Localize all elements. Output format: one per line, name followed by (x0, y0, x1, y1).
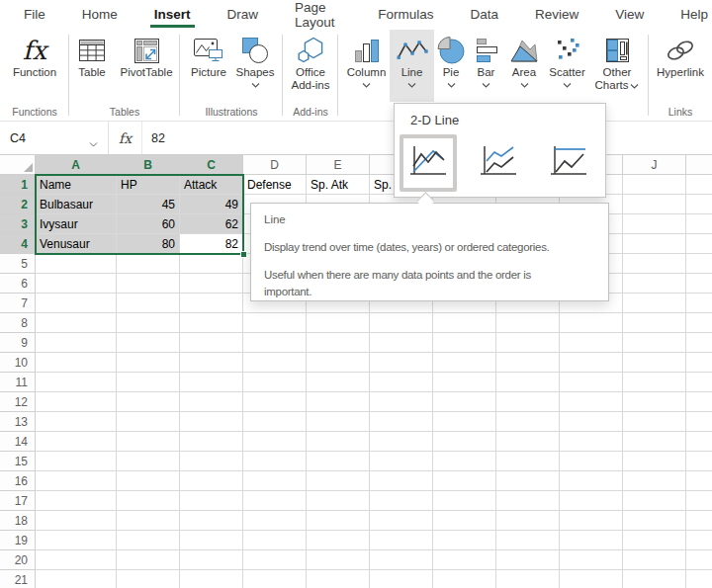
cell-D8[interactable] (243, 313, 307, 333)
cell-F11[interactable] (370, 373, 433, 392)
cell-G8[interactable] (433, 313, 496, 333)
cell-F18[interactable] (370, 511, 433, 531)
cell-D14[interactable] (243, 432, 307, 452)
cell-G13[interactable] (433, 412, 496, 432)
cell-K11[interactable] (686, 373, 712, 392)
cell-B11[interactable] (117, 373, 180, 392)
cell-E19[interactable] (307, 531, 370, 550)
cell-J6[interactable] (623, 274, 686, 294)
cell-K21[interactable] (686, 570, 712, 588)
menu-tab-draw[interactable]: Draw (223, 2, 263, 28)
row-header-2[interactable]: 2 (0, 195, 36, 214)
cell-D16[interactable] (243, 471, 307, 491)
ribbon-button-line[interactable]: Line (390, 30, 434, 102)
menu-tab-view[interactable]: View (611, 2, 648, 28)
cell-J2[interactable] (623, 195, 686, 214)
cell-C21[interactable] (180, 570, 243, 588)
cell-I10[interactable] (560, 353, 623, 373)
ribbon-button-shapes[interactable]: Shapes (232, 30, 278, 102)
cell-C5[interactable] (180, 254, 243, 274)
row-header-9[interactable]: 9 (0, 333, 36, 353)
row-header-14[interactable]: 14 (0, 432, 36, 452)
cell-D11[interactable] (243, 373, 307, 392)
insert-function-button[interactable]: fx (109, 122, 142, 154)
menu-tab-help[interactable]: Help (676, 2, 712, 28)
ribbon-button-pivottable[interactable]: PivotTable (114, 30, 179, 102)
menu-tab-formulas[interactable]: Formulas (374, 2, 437, 28)
cell-I13[interactable] (560, 412, 623, 432)
cell-K13[interactable] (686, 412, 712, 432)
cell-J21[interactable] (623, 570, 686, 588)
cell-K14[interactable] (686, 432, 712, 452)
column-header-C[interactable]: C (180, 155, 243, 175)
cell-H18[interactable] (496, 511, 560, 531)
cell-A20[interactable] (36, 550, 117, 570)
row-header-10[interactable]: 10 (0, 353, 36, 373)
cell-I20[interactable] (560, 550, 623, 570)
column-header-E[interactable]: E (307, 155, 370, 175)
cell-C9[interactable] (180, 333, 243, 353)
cell-H11[interactable] (496, 373, 560, 392)
ribbon-button-hyperlink[interactable]: Hyperlink (650, 30, 711, 102)
cell-F21[interactable] (370, 570, 433, 588)
cell-H12[interactable] (496, 392, 560, 412)
cell-F20[interactable] (370, 550, 433, 570)
cell-C19[interactable] (180, 531, 243, 550)
cell-G11[interactable] (433, 373, 496, 392)
cell-A10[interactable] (36, 353, 117, 373)
cell-F19[interactable] (370, 531, 433, 550)
row-header-16[interactable]: 16 (0, 471, 36, 491)
row-header-7[interactable]: 7 (0, 294, 36, 313)
cell-K17[interactable] (686, 491, 712, 511)
cell-C10[interactable] (180, 353, 243, 373)
cell-I8[interactable] (560, 313, 623, 333)
row-header-6[interactable]: 6 (0, 274, 36, 294)
cell-E11[interactable] (307, 373, 370, 392)
cell-K6[interactable] (686, 274, 712, 294)
cell-I21[interactable] (560, 570, 623, 588)
cell-C7[interactable] (180, 294, 243, 313)
cell-H20[interactable] (496, 550, 560, 570)
cell-B2[interactable]: 45 (117, 195, 180, 214)
column-header-K[interactable]: K (686, 155, 712, 175)
cell-J8[interactable] (623, 313, 686, 333)
cell-E13[interactable] (307, 412, 370, 432)
cell-D13[interactable] (243, 412, 307, 432)
cell-C2[interactable]: 49 (180, 195, 243, 214)
cell-J9[interactable] (623, 333, 686, 353)
row-header-12[interactable]: 12 (0, 392, 36, 412)
cell-F9[interactable] (370, 333, 433, 353)
cell-B3[interactable]: 60 (117, 214, 180, 234)
cell-E8[interactable] (307, 313, 370, 333)
cell-A21[interactable] (36, 570, 117, 588)
cell-B19[interactable] (117, 531, 180, 550)
cell-H15[interactable] (496, 452, 560, 471)
cell-B9[interactable] (117, 333, 180, 353)
cell-J4[interactable] (623, 234, 686, 254)
cell-K10[interactable] (686, 353, 712, 373)
cell-H14[interactable] (496, 432, 560, 452)
cell-K3[interactable] (686, 214, 712, 234)
cell-C18[interactable] (180, 511, 243, 531)
cell-B14[interactable] (117, 432, 180, 452)
cell-B7[interactable] (117, 294, 180, 313)
ribbon-button-scatter[interactable]: Scatter (544, 30, 590, 102)
cell-J5[interactable] (623, 254, 686, 274)
cell-K5[interactable] (686, 254, 712, 274)
cell-B1[interactable]: HP (117, 175, 180, 195)
cell-B12[interactable] (117, 392, 180, 412)
cell-G14[interactable] (433, 432, 496, 452)
cell-E17[interactable] (307, 491, 370, 511)
column-header-J[interactable]: J (623, 155, 686, 175)
cell-F14[interactable] (370, 432, 433, 452)
menu-tab-file[interactable]: File (20, 2, 49, 28)
row-header-5[interactable]: 5 (0, 254, 36, 274)
ribbon-button-column[interactable]: Column (343, 30, 390, 102)
ribbon-button-pie[interactable]: Pie (434, 30, 468, 102)
row-header-1[interactable]: 1 (0, 175, 36, 195)
cell-G16[interactable] (433, 471, 496, 491)
row-header-13[interactable]: 13 (0, 412, 36, 432)
cell-E16[interactable] (307, 471, 370, 491)
row-header-15[interactable]: 15 (0, 452, 36, 471)
cell-B15[interactable] (117, 452, 180, 471)
